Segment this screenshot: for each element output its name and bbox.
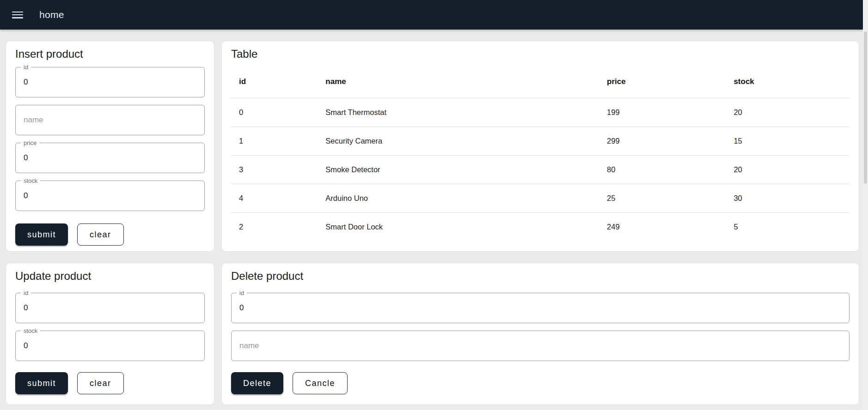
cancel-button[interactable]: Cancle [293,372,348,394]
delete-product-panel: Delete product id Delete Cancle [221,263,859,405]
column-header-name: name [318,66,599,98]
insert-clear-button[interactable]: clear [77,223,124,246]
hamburger-menu-icon[interactable] [12,12,23,18]
table-header-row: id name price stock [231,66,850,98]
table-row: 2Smart Door Lock2495 [231,212,850,241]
insert-stock-label: stock [21,177,40,185]
insert-id-label: id [21,63,31,71]
update-submit-button[interactable]: submit [15,372,68,394]
table-body: 0Smart Thermostat199201Security Camera29… [231,98,850,241]
vertical-scrollbar[interactable] [863,0,868,410]
column-header-stock: stock [726,66,850,98]
insert-product-panel: Insert product id price stock submit cle… [6,41,214,252]
update-id-field: id [15,293,205,323]
column-header-price: price [599,66,726,98]
app-bar: home [0,0,863,30]
delete-id-label: id [237,289,247,297]
table-cell: 199 [599,98,726,127]
table-cell: 15 [726,127,850,155]
insert-price-input[interactable] [16,143,204,173]
table-row: 0Smart Thermostat19920 [231,98,850,127]
update-panel-title: Update product [15,270,205,283]
table-row: 1Security Camera29915 [231,127,850,155]
table-cell: 0 [231,98,318,127]
table-cell: 249 [599,212,726,241]
update-id-input[interactable] [16,293,204,323]
products-table: id name price stock 0Smart Thermostat199… [231,66,850,241]
table-cell: 1 [231,127,318,155]
table-row: 4Arduino Uno2530 [231,184,850,212]
table-cell: Arduino Uno [318,184,599,212]
nav-title: home [39,9,64,20]
table-cell: 20 [726,155,850,184]
insert-panel-title: Insert product [15,48,205,60]
delete-id-input[interactable] [232,293,849,323]
products-table-panel: Table id name price stock 0Smart Thermos… [221,41,859,252]
insert-price-label: price [21,139,39,147]
update-stock-label: stock [21,327,40,335]
insert-id-field: id [15,67,205,97]
table-cell: 5 [726,212,850,241]
table-cell: 3 [231,155,318,184]
update-stock-input[interactable] [16,331,204,361]
delete-button[interactable]: Delete [231,372,283,394]
update-clear-button[interactable]: clear [77,372,124,394]
column-header-id: id [231,66,318,98]
table-cell: 80 [599,155,726,184]
table-cell: Security Camera [318,127,599,155]
update-stock-field: stock [15,331,205,361]
table-cell: 2 [231,212,318,241]
update-product-panel: Update product id stock submit clear [6,263,214,405]
table-cell: 20 [726,98,850,127]
table-cell: 299 [599,127,726,155]
delete-name-field [231,331,850,361]
update-id-label: id [21,289,31,297]
table-cell: 25 [599,184,726,212]
table-cell: Smart Thermostat [318,98,599,127]
table-cell: Smart Door Lock [318,212,599,241]
insert-id-input[interactable] [16,67,204,97]
table-panel-title: Table [231,48,850,60]
insert-price-field: price [15,143,205,173]
insert-submit-button[interactable]: submit [15,223,68,246]
table-cell: 4 [231,184,318,212]
delete-name-input[interactable] [232,331,849,361]
scrollbar-thumb[interactable] [864,31,867,184]
delete-id-field: id [231,293,850,323]
insert-stock-input[interactable] [16,181,204,211]
insert-name-input[interactable] [16,105,204,135]
delete-panel-title: Delete product [231,270,850,283]
table-row: 3Smoke Detector8020 [231,155,850,184]
table-cell: 30 [726,184,850,212]
insert-stock-field: stock [15,181,205,211]
insert-name-field [15,105,205,135]
table-cell: Smoke Detector [318,155,599,184]
